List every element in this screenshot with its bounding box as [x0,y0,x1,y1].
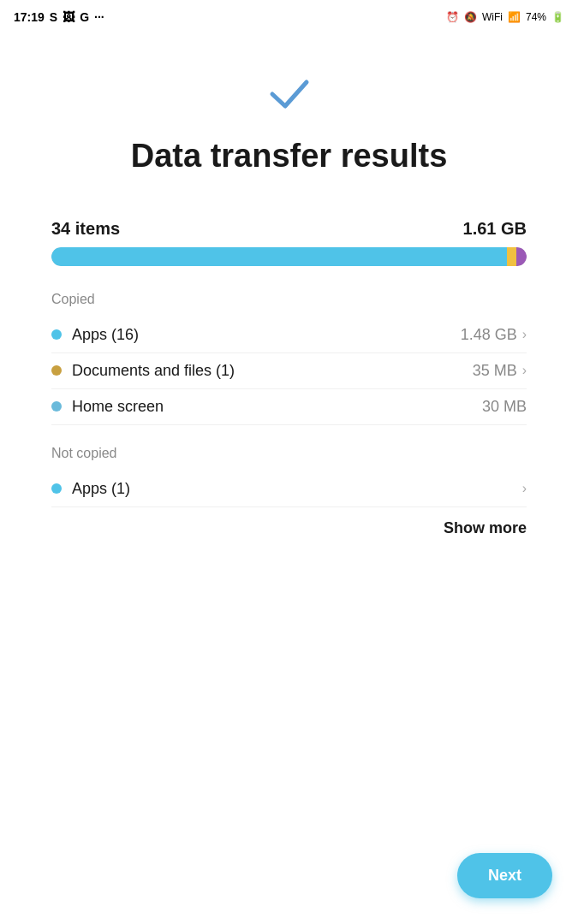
list-item[interactable]: Documents and files (1) 35 MB › [51,353,527,389]
stats-header: 34 items 1.61 GB [51,219,527,239]
chevron-right-icon: › [522,363,527,378]
signal-icon: 📶 [508,11,521,23]
item-right: 30 MB [482,398,527,416]
list-item[interactable]: Apps (1) › [51,471,527,507]
status-photo-icon: 🖼 [63,10,74,24]
copied-label: Copied [51,292,527,307]
dot-icon [51,401,62,412]
main-content: Data transfer results 34 items 1.61 GB C… [0,34,578,554]
list-item[interactable]: Apps (16) 1.48 GB › [51,317,527,353]
progress-bar-fill [51,247,527,266]
status-g-icon: G [80,10,89,24]
progress-segment-apps [51,247,507,266]
stats-section: 34 items 1.61 GB Copied Apps (16) 1.48 G… [51,219,527,537]
wifi-icon: WiFi [482,11,503,23]
item-right: › [522,481,527,496]
next-button[interactable]: Next [457,853,552,898]
success-checkmark-icon [268,77,311,120]
chevron-right-icon: › [522,327,527,342]
status-s-icon: S [50,10,57,24]
item-left: Apps (1) [51,480,130,498]
item-left: Home screen [51,398,164,416]
item-size: 35 MB [473,362,517,380]
item-name: Apps (1) [72,480,130,498]
status-left: 17:19 S 🖼 G ··· [14,10,104,24]
total-size: 1.61 GB [463,219,527,239]
show-more-container: Show more [51,519,527,537]
progress-bar [51,247,527,266]
status-time: 17:19 [14,10,45,24]
item-size: 30 MB [482,398,527,416]
battery-icon: 🔋 [551,11,564,23]
list-item: Home screen 30 MB [51,389,527,425]
page-title: Data transfer results [131,137,448,176]
item-right: 35 MB › [473,362,527,380]
copied-section: Copied Apps (16) 1.48 GB › Documents and… [51,292,527,425]
dot-icon [51,365,62,376]
item-right: 1.48 GB › [461,326,527,344]
item-name: Apps (16) [72,326,139,344]
status-more-icon: ··· [94,10,104,24]
item-name: Home screen [72,398,164,416]
item-size: 1.48 GB [461,326,517,344]
alarm-icon: ⏰ [446,11,459,23]
show-more-button[interactable]: Show more [444,519,527,537]
dot-icon [51,483,62,494]
checkmark-container [268,77,311,120]
progress-segment-home [516,247,527,266]
item-name: Documents and files (1) [72,362,235,380]
chevron-right-icon: › [522,481,527,496]
item-left: Documents and files (1) [51,362,235,380]
progress-segment-docs [507,247,517,266]
status-right: ⏰ 🔕 WiFi 📶 74% 🔋 [446,11,564,23]
status-bar: 17:19 S 🖼 G ··· ⏰ 🔕 WiFi 📶 74% 🔋 [0,0,578,34]
item-left: Apps (16) [51,326,139,344]
not-copied-label: Not copied [51,446,527,461]
battery-level: 74% [526,11,546,23]
items-count: 34 items [51,219,120,239]
not-copied-section: Not copied Apps (1) › [51,446,527,507]
dot-icon [51,329,62,340]
mute-icon: 🔕 [464,11,477,23]
